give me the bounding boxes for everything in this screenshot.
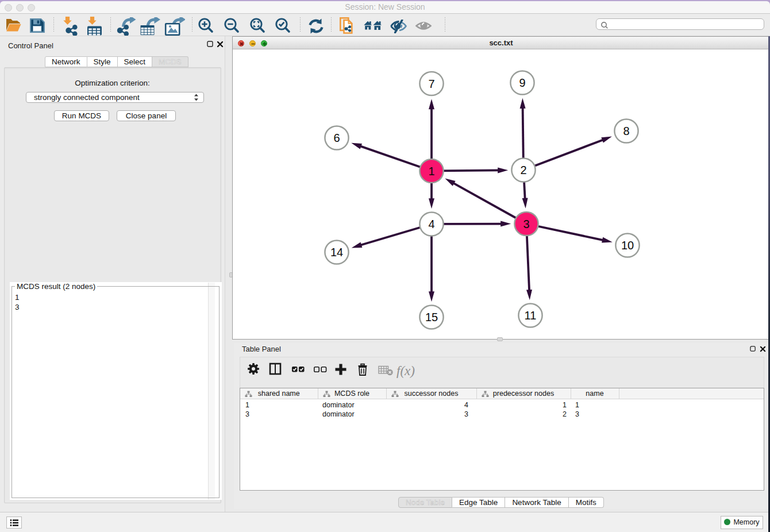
svg-text:3: 3: [523, 218, 529, 230]
svg-text:11: 11: [525, 309, 537, 322]
svg-text:4: 4: [428, 218, 434, 230]
svg-text:15: 15: [425, 311, 438, 323]
svg-text:10: 10: [621, 239, 634, 252]
svg-text:8: 8: [623, 125, 629, 137]
svg-text:6: 6: [333, 132, 340, 144]
svg-text:9: 9: [519, 76, 525, 89]
svg-text:14: 14: [330, 246, 343, 259]
svg-text:1: 1: [428, 165, 434, 178]
svg-text:2: 2: [520, 164, 526, 176]
svg-text:7: 7: [428, 78, 434, 90]
